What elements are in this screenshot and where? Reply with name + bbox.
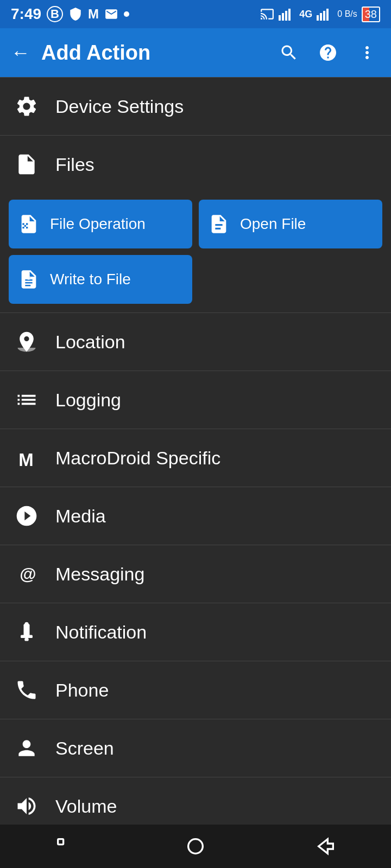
nav-recent-button[interactable]	[43, 825, 87, 868]
notification-icon	[13, 618, 40, 646]
svg-point-19	[188, 839, 203, 854]
signal-icon	[279, 7, 295, 21]
location-label: Location	[55, 331, 125, 353]
volume-icon	[13, 793, 40, 820]
logging-icon	[13, 386, 40, 413]
files-icon	[13, 151, 40, 178]
open-file-label: Open File	[240, 215, 306, 233]
svg-rect-6	[323, 11, 325, 21]
open-file-icon	[207, 213, 230, 235]
battery-level: 38	[365, 8, 377, 20]
app-bar-actions	[276, 40, 380, 66]
open-file-button[interactable]: Open File	[199, 200, 382, 248]
signal-type: 4G	[299, 9, 312, 20]
back-button[interactable]: ←	[11, 41, 30, 64]
search-button[interactable]	[276, 40, 302, 66]
write-to-file-icon: +	[17, 268, 40, 291]
category-files[interactable]: Files	[0, 136, 391, 193]
write-to-file-button[interactable]: + Write to File	[9, 255, 192, 304]
battery-icon: 38	[362, 7, 380, 22]
files-expanded: File Operation Open File + Write to File	[0, 193, 391, 312]
svg-text:@: @	[20, 565, 36, 584]
category-media[interactable]: Media	[0, 487, 391, 545]
svg-rect-4	[317, 15, 319, 21]
media-icon	[13, 502, 40, 529]
messaging-icon: @	[13, 560, 40, 588]
media-label: Media	[55, 506, 106, 527]
device-settings-icon	[13, 93, 40, 120]
more-options-button[interactable]	[354, 40, 380, 66]
file-operation-label: File Operation	[50, 215, 146, 233]
nav-bar	[0, 825, 391, 868]
category-location[interactable]: Location	[0, 313, 391, 371]
m-status-icon: M	[88, 7, 99, 22]
phone-label: Phone	[55, 680, 109, 701]
files-grid-top: File Operation Open File	[0, 193, 391, 255]
dot-icon	[124, 11, 129, 17]
page-title: Add Action	[41, 41, 265, 65]
svg-rect-17	[26, 629, 28, 634]
category-macrodroid[interactable]: M MacroDroid Specific	[0, 429, 391, 487]
svg-rect-2	[285, 11, 287, 21]
data-speed: 0 B/s	[337, 9, 357, 19]
category-messaging[interactable]: @ Messaging	[0, 545, 391, 603]
status-time: 7:49	[11, 5, 41, 23]
svg-rect-3	[288, 9, 291, 21]
file-operation-button[interactable]: File Operation	[9, 200, 192, 248]
location-icon	[13, 328, 40, 355]
status-right: 4G 0 B/s 38	[260, 7, 380, 22]
svg-rect-14	[21, 635, 33, 639]
logging-label: Logging	[55, 390, 121, 411]
volume-label: Volume	[55, 796, 117, 817]
macrodroid-icon: M	[13, 444, 40, 471]
nav-home-button[interactable]	[174, 825, 217, 868]
shield-icon	[68, 7, 83, 21]
status-left: 7:49 B M	[11, 5, 129, 23]
svg-rect-0	[279, 15, 281, 21]
app-bar: ← Add Action	[0, 28, 391, 77]
write-to-file-label: Write to File	[50, 271, 131, 288]
category-notification[interactable]: Notification	[0, 603, 391, 661]
category-phone[interactable]: Phone	[0, 661, 391, 719]
messaging-label: Messaging	[55, 564, 144, 585]
category-device-settings[interactable]: Device Settings	[0, 78, 391, 135]
svg-rect-18	[58, 839, 64, 845]
files-grid-bottom: + Write to File	[0, 255, 391, 312]
status-bar: 7:49 B M 4G 0 B/s 38	[0, 0, 391, 28]
status-b-icon: B	[47, 6, 63, 22]
files-label: Files	[55, 154, 94, 175]
cast-icon	[260, 7, 274, 21]
svg-rect-15	[24, 638, 28, 641]
notification-label: Notification	[55, 622, 147, 643]
screen-icon	[13, 735, 40, 762]
svg-rect-5	[320, 13, 322, 21]
gmail-icon	[104, 7, 118, 21]
device-settings-label: Device Settings	[55, 96, 184, 117]
macrodroid-label: MacroDroid Specific	[55, 448, 220, 469]
svg-text:M: M	[18, 450, 34, 470]
category-screen[interactable]: Screen	[0, 719, 391, 777]
help-button[interactable]	[315, 40, 341, 66]
svg-text:+: +	[28, 276, 31, 282]
phone-icon	[13, 676, 40, 704]
screen-label: Screen	[55, 738, 114, 759]
file-operation-icon	[17, 213, 40, 235]
nav-back-button[interactable]	[304, 825, 348, 868]
category-logging[interactable]: Logging	[0, 371, 391, 429]
svg-rect-7	[326, 9, 329, 21]
signal2-icon	[317, 7, 333, 21]
svg-rect-1	[282, 13, 284, 21]
svg-rect-16	[26, 625, 28, 627]
